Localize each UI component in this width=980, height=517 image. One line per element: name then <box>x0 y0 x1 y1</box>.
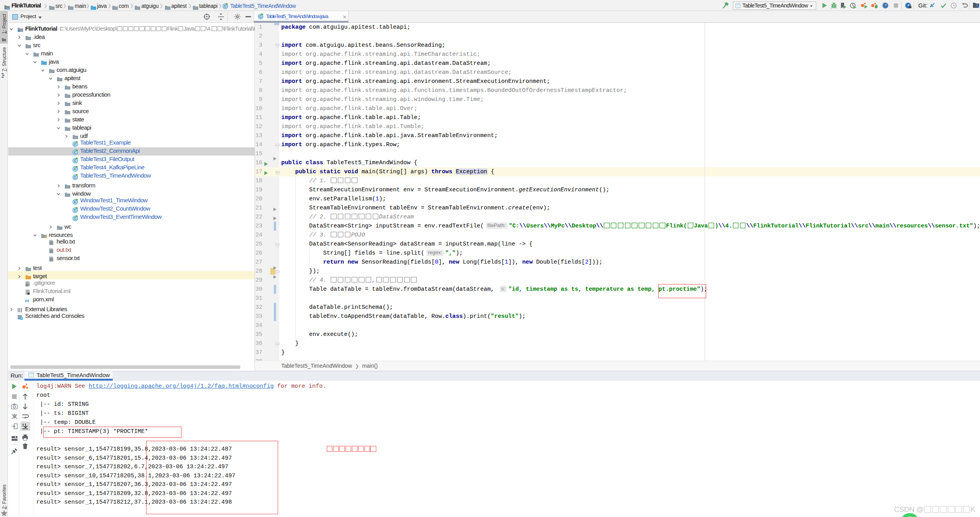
svg-text:C: C <box>74 159 77 163</box>
svg-text:m: m <box>25 298 29 303</box>
svg-text:C: C <box>74 216 77 220</box>
svg-text:C: C <box>74 200 77 204</box>
svg-text:C: C <box>74 167 77 171</box>
svg-text:C: C <box>259 15 262 18</box>
svg-text:C: C <box>74 208 77 212</box>
svg-text:C: C <box>74 175 77 179</box>
svg-text:C: C <box>74 142 77 146</box>
svg-text:C: C <box>74 150 77 154</box>
svg-text:C: C <box>224 4 227 8</box>
